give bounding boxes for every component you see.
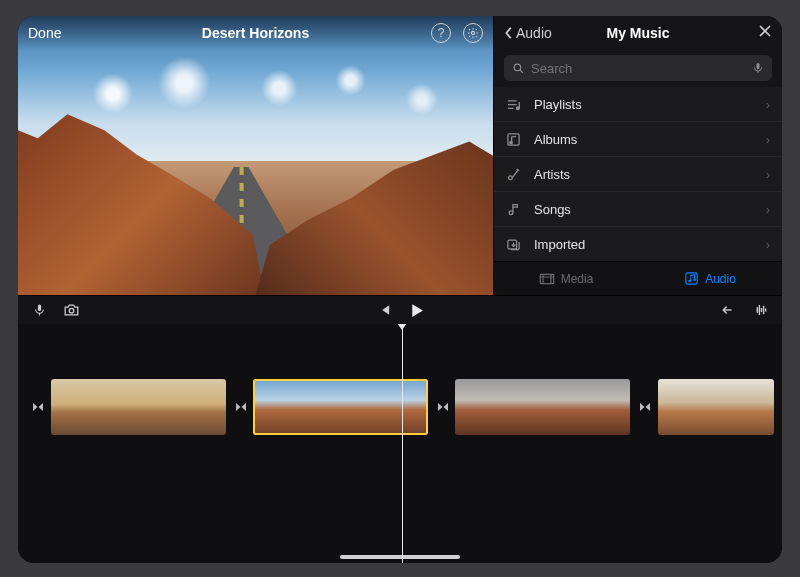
row-label: Imported	[534, 237, 585, 252]
music-browser: Audio My Music	[493, 16, 782, 295]
close-button[interactable]	[758, 24, 772, 42]
row-label: Playlists	[534, 97, 582, 112]
close-icon	[758, 24, 772, 38]
timeline-toolbar	[18, 296, 782, 324]
row-playlists[interactable]: Playlists ›	[494, 87, 782, 122]
waveform-icon	[753, 303, 770, 317]
tab-media[interactable]: Media	[494, 262, 638, 295]
row-songs[interactable]: Songs ›	[494, 192, 782, 227]
clips-track	[18, 374, 782, 440]
music-tabs: Media Audio	[494, 261, 782, 295]
app-screen: Done Desert Horizons ?	[18, 16, 782, 563]
music-list: Playlists › Albums › Artis	[494, 87, 782, 261]
chevron-right-icon: ›	[766, 237, 770, 252]
clip-thumbnail	[370, 379, 428, 435]
waveform-button[interactable]	[752, 301, 770, 319]
svg-point-1	[514, 64, 521, 70]
chevron-left-icon	[504, 26, 514, 40]
clip-thumbnail	[572, 379, 630, 435]
search-icon	[512, 62, 525, 75]
prev-button[interactable]	[375, 301, 393, 319]
clip-thumbnail	[312, 379, 370, 435]
search-field[interactable]	[504, 55, 772, 81]
timeline-clip[interactable]	[658, 379, 774, 435]
play-button[interactable]	[407, 301, 425, 319]
preview-toolbar: Done Desert Horizons ?	[18, 16, 493, 50]
done-button[interactable]: Done	[28, 25, 61, 41]
svg-rect-10	[686, 273, 697, 284]
play-icon	[408, 302, 425, 319]
timeline-clip[interactable]	[455, 379, 630, 435]
artist-icon	[506, 167, 522, 182]
playhead[interactable]	[402, 324, 404, 563]
undo-button[interactable]	[720, 301, 738, 319]
skip-back-icon	[377, 303, 392, 317]
help-icon: ?	[438, 26, 445, 40]
chevron-right-icon: ›	[766, 202, 770, 217]
upper-area: Done Desert Horizons ?	[18, 16, 782, 296]
clip-thumbnail	[51, 379, 109, 435]
row-label: Albums	[534, 132, 577, 147]
preview-pane: Done Desert Horizons ?	[18, 16, 493, 295]
playlist-icon	[506, 97, 522, 112]
transition-handle[interactable]	[32, 379, 46, 435]
preview-image	[18, 16, 493, 295]
settings-button[interactable]	[463, 23, 483, 43]
clip-thumbnail	[253, 379, 311, 435]
camera-icon	[63, 303, 80, 317]
svg-rect-9	[540, 274, 553, 283]
back-label: Audio	[516, 25, 552, 41]
row-albums[interactable]: Albums ›	[494, 122, 782, 157]
svg-point-5	[510, 141, 513, 144]
album-icon	[506, 132, 522, 147]
music-header: Audio My Music	[494, 16, 782, 50]
mic-icon[interactable]	[752, 61, 764, 75]
search-wrap	[494, 50, 782, 87]
chevron-right-icon: ›	[766, 97, 770, 112]
voiceover-button[interactable]	[30, 301, 48, 319]
row-label: Artists	[534, 167, 570, 182]
camera-button[interactable]	[62, 301, 80, 319]
clip-thumbnail	[658, 379, 716, 435]
gear-icon	[467, 27, 479, 39]
home-indicator	[340, 555, 460, 559]
songs-icon	[506, 202, 522, 217]
media-icon	[539, 272, 555, 286]
imported-icon	[506, 237, 522, 252]
tab-audio-label: Audio	[705, 272, 736, 286]
clip-thumbnail	[168, 379, 226, 435]
help-button[interactable]: ?	[431, 23, 451, 43]
row-label: Songs	[534, 202, 571, 217]
clip-thumbnail	[716, 379, 774, 435]
clip-thumbnail	[109, 379, 167, 435]
clip-thumbnail	[455, 379, 513, 435]
search-input[interactable]	[531, 61, 746, 76]
transition-handle[interactable]	[234, 379, 248, 435]
chevron-right-icon: ›	[766, 167, 770, 182]
svg-point-12	[693, 278, 696, 281]
svg-point-0	[471, 31, 474, 34]
timeline[interactable]	[18, 324, 782, 563]
chevron-right-icon: ›	[766, 132, 770, 147]
tab-audio[interactable]: Audio	[638, 262, 782, 295]
project-title: Desert Horizons	[18, 25, 493, 41]
svg-point-14	[69, 308, 73, 312]
tab-media-label: Media	[561, 272, 594, 286]
svg-rect-13	[37, 305, 40, 312]
row-imported[interactable]: Imported ›	[494, 227, 782, 261]
svg-rect-2	[757, 63, 760, 69]
transition-handle[interactable]	[638, 379, 652, 435]
row-artists[interactable]: Artists ›	[494, 157, 782, 192]
undo-icon	[721, 303, 738, 317]
transition-handle[interactable]	[436, 379, 450, 435]
audio-icon	[684, 271, 699, 286]
back-button[interactable]: Audio	[504, 25, 552, 41]
svg-point-6	[509, 175, 513, 179]
timeline-clip[interactable]	[51, 379, 226, 435]
microphone-icon	[33, 302, 46, 318]
device-frame: Done Desert Horizons ?	[0, 0, 800, 577]
clip-thumbnail	[514, 379, 572, 435]
